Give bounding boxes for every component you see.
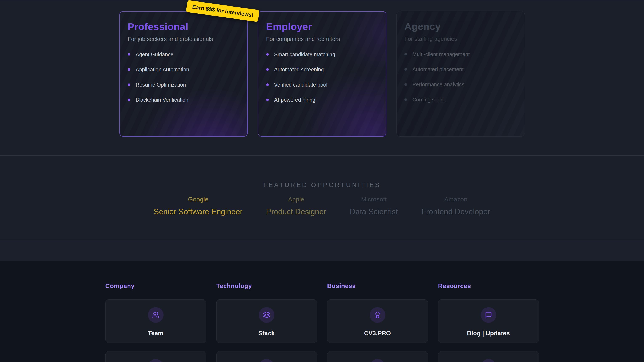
bullet-dot-icon xyxy=(404,53,407,55)
users-icon xyxy=(148,307,164,323)
plan-title: Professional xyxy=(128,21,240,32)
bullet-dot-icon xyxy=(404,83,407,86)
job-company: Microsoft xyxy=(350,195,398,203)
plan-feature: AI-powered hiring xyxy=(266,97,378,103)
bullet-dot-icon xyxy=(404,98,407,101)
footer-card-hidden[interactable] xyxy=(106,351,206,362)
footer-grid: Company Team Technology Stack xyxy=(106,261,539,362)
footer-card-label: CV3.PRO xyxy=(364,330,391,337)
footer-card-stack[interactable]: Stack xyxy=(216,299,317,343)
featured-job-google[interactable]: Google Senior Software Engineer xyxy=(154,195,243,216)
bullet-dot-icon xyxy=(128,68,130,71)
plan-card-professional[interactable]: Professional For job seekers and profess… xyxy=(119,11,248,137)
bullet-dot-icon xyxy=(128,99,130,101)
job-role: Product Designer xyxy=(266,207,326,216)
plan-feature: Résumé Optimization xyxy=(128,82,240,88)
featured-job-amazon[interactable]: Amazon Frontend Developer xyxy=(421,195,490,216)
footer-column-resources: Resources Blog | Updates xyxy=(438,282,539,362)
award-icon xyxy=(370,307,385,323)
plans-row: Professional For job seekers and profess… xyxy=(0,0,644,137)
plan-feature: Verified candidate pool xyxy=(266,82,378,88)
hidden-card-icon xyxy=(481,359,496,362)
bullet-dot-icon xyxy=(266,53,269,56)
plan-feature-list: Smart candidate matching Automated scree… xyxy=(266,51,378,103)
featured-jobs-carousel: Google Senior Software Engineer Apple Pr… xyxy=(0,195,644,216)
plan-feature: Multi-client management xyxy=(404,51,517,57)
footer-column-heading: Business xyxy=(327,282,428,290)
hidden-card-icon xyxy=(370,359,385,362)
footer-card-hidden[interactable] xyxy=(327,351,428,362)
job-role: Data Scientist xyxy=(350,207,398,216)
plan-card-employer[interactable]: Employer For companies and recruiters Sm… xyxy=(258,11,386,137)
bullet-dot-icon xyxy=(266,83,269,86)
footer-card-hidden[interactable] xyxy=(216,351,317,362)
featured-section-title: FEATURED OPPORTUNITIES xyxy=(0,156,644,188)
bullet-dot-icon xyxy=(266,68,269,71)
featured-job-microsoft[interactable]: Microsoft Data Scientist xyxy=(350,195,398,216)
plan-feature-list: Multi-client management Automated placem… xyxy=(404,51,517,103)
bullet-dot-icon xyxy=(128,53,130,56)
footer-card-blog-updates[interactable]: Blog | Updates xyxy=(438,299,539,343)
plan-card-agency-disabled: Agency For staffing agencies Multi-clien… xyxy=(396,11,525,137)
bullet-dot-icon xyxy=(404,68,407,71)
featured-job-apple[interactable]: Apple Product Designer xyxy=(266,195,326,216)
plan-title: Employer xyxy=(266,21,378,32)
footer-card-label: Blog | Updates xyxy=(467,330,510,337)
hidden-card-icon xyxy=(259,359,274,362)
job-role: Senior Software Engineer xyxy=(154,207,243,216)
plans-section: Professional For job seekers and profess… xyxy=(0,0,644,156)
plan-subtitle: For companies and recruiters xyxy=(266,36,378,42)
job-company: Google xyxy=(154,195,243,203)
job-company: Apple xyxy=(266,195,326,203)
job-role: Frontend Developer xyxy=(421,207,490,216)
plan-title: Agency xyxy=(404,20,517,32)
footer-card-label: Team xyxy=(148,330,164,337)
plan-feature: Blockchain Verification xyxy=(128,97,240,103)
plan-feature: Application Automation xyxy=(128,67,240,72)
featured-opportunities-section: FEATURED OPPORTUNITIES Google Senior Sof… xyxy=(0,156,644,240)
plan-feature: Automated placement xyxy=(404,66,517,72)
site-footer: Company Team Technology Stack xyxy=(0,261,644,362)
plan-feature-list: Agent Guidance Application Automation Ré… xyxy=(128,51,240,103)
footer-card-cv3pro[interactable]: CV3.PRO xyxy=(327,299,428,343)
plan-feature: Performance analytics xyxy=(404,82,517,87)
footer-column-heading: Technology xyxy=(216,282,317,290)
layers-icon xyxy=(259,307,274,323)
footer-card-hidden[interactable] xyxy=(438,351,539,362)
job-company: Amazon xyxy=(421,195,490,203)
plan-subtitle: For job seekers and professionals xyxy=(128,36,240,42)
footer-card-team[interactable]: Team xyxy=(106,299,206,343)
hidden-card-icon xyxy=(148,359,164,362)
footer-column-heading: Company xyxy=(106,282,206,290)
bullet-dot-icon xyxy=(128,83,130,86)
message-icon xyxy=(481,307,496,323)
footer-column-heading: Resources xyxy=(438,282,539,290)
plan-feature: Automated screening xyxy=(266,67,378,72)
spacer-band xyxy=(0,240,644,261)
footer-column-technology: Technology Stack xyxy=(216,282,317,362)
footer-column-business: Business CV3.PRO xyxy=(327,282,428,362)
bullet-dot-icon xyxy=(266,99,269,101)
footer-column-company: Company Team xyxy=(106,282,206,362)
plan-feature: Agent Guidance xyxy=(128,51,240,57)
plan-subtitle: For staffing agencies xyxy=(404,35,517,42)
footer-card-label: Stack xyxy=(258,330,275,337)
plan-feature: Smart candidate matching xyxy=(266,51,378,57)
plan-feature: Coming soon... xyxy=(404,97,517,103)
